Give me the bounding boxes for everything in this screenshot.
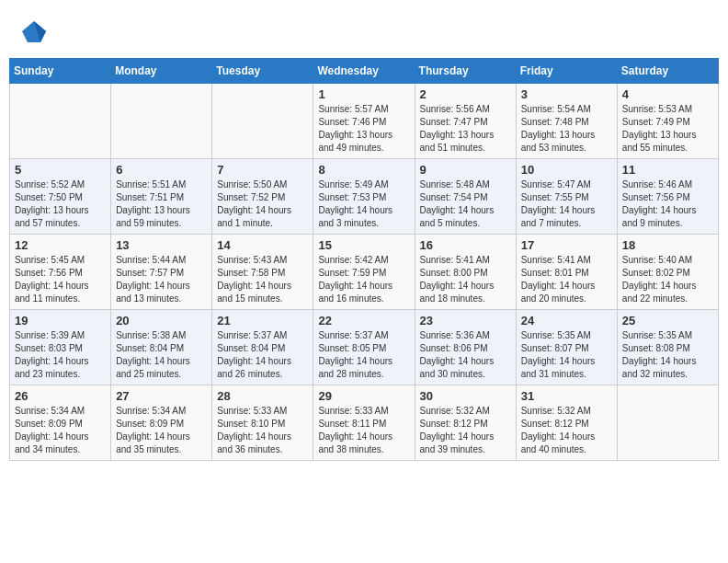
calendar-cell: 15Sunrise: 5:42 AM Sunset: 7:59 PM Dayli… <box>313 235 415 310</box>
day-number: 20 <box>116 314 207 327</box>
day-info: Sunrise: 5:32 AM Sunset: 8:12 PM Dayligh… <box>521 405 612 456</box>
day-info: Sunrise: 5:37 AM Sunset: 8:04 PM Dayligh… <box>217 329 308 381</box>
calendar-week-row: 1Sunrise: 5:57 AM Sunset: 7:46 PM Daylig… <box>10 84 719 159</box>
day-number: 10 <box>521 163 612 177</box>
day-number: 24 <box>521 314 612 327</box>
logo-icon <box>20 17 48 44</box>
day-info: Sunrise: 5:37 AM Sunset: 8:05 PM Dayligh… <box>318 329 409 381</box>
day-info: Sunrise: 5:51 AM Sunset: 7:51 PM Dayligh… <box>116 178 207 230</box>
weekday-header: Tuesday <box>212 59 313 84</box>
day-number: 5 <box>15 163 106 177</box>
calendar-cell: 9Sunrise: 5:48 AM Sunset: 7:54 PM Daylig… <box>415 159 516 235</box>
day-number: 22 <box>318 314 409 327</box>
calendar-cell: 19Sunrise: 5:39 AM Sunset: 8:03 PM Dayli… <box>10 310 111 385</box>
calendar-cell: 14Sunrise: 5:43 AM Sunset: 7:58 PM Dayli… <box>212 235 313 310</box>
day-info: Sunrise: 5:36 AM Sunset: 8:06 PM Dayligh… <box>420 329 511 381</box>
day-number: 2 <box>420 87 511 101</box>
calendar-cell <box>10 84 111 159</box>
calendar-cell: 26Sunrise: 5:34 AM Sunset: 8:09 PM Dayli… <box>10 385 111 461</box>
calendar-cell: 8Sunrise: 5:49 AM Sunset: 7:53 PM Daylig… <box>313 159 415 235</box>
calendar-cell: 20Sunrise: 5:38 AM Sunset: 8:04 PM Dayli… <box>111 310 212 385</box>
calendar-week-row: 5Sunrise: 5:52 AM Sunset: 7:50 PM Daylig… <box>10 159 719 235</box>
day-number: 23 <box>420 314 511 327</box>
day-info: Sunrise: 5:38 AM Sunset: 8:04 PM Dayligh… <box>116 329 207 381</box>
calendar-cell: 21Sunrise: 5:37 AM Sunset: 8:04 PM Dayli… <box>212 310 313 385</box>
day-info: Sunrise: 5:48 AM Sunset: 7:54 PM Dayligh… <box>420 178 511 230</box>
day-info: Sunrise: 5:35 AM Sunset: 8:08 PM Dayligh… <box>622 329 713 381</box>
day-info: Sunrise: 5:35 AM Sunset: 8:07 PM Dayligh… <box>521 329 612 381</box>
day-info: Sunrise: 5:52 AM Sunset: 7:50 PM Dayligh… <box>15 178 106 230</box>
calendar-cell: 6Sunrise: 5:51 AM Sunset: 7:51 PM Daylig… <box>111 159 212 235</box>
day-number: 14 <box>217 238 308 252</box>
calendar-cell: 2Sunrise: 5:56 AM Sunset: 7:47 PM Daylig… <box>415 84 516 159</box>
day-info: Sunrise: 5:33 AM Sunset: 8:11 PM Dayligh… <box>318 405 409 456</box>
day-info: Sunrise: 5:34 AM Sunset: 8:09 PM Dayligh… <box>15 405 106 456</box>
day-number: 7 <box>217 163 308 177</box>
day-info: Sunrise: 5:44 AM Sunset: 7:57 PM Dayligh… <box>116 254 207 305</box>
weekday-header: Thursday <box>415 59 516 84</box>
calendar-cell <box>617 385 718 461</box>
weekday-row: SundayMondayTuesdayWednesdayThursdayFrid… <box>10 59 719 84</box>
calendar-cell: 7Sunrise: 5:50 AM Sunset: 7:52 PM Daylig… <box>212 159 313 235</box>
calendar-cell: 1Sunrise: 5:57 AM Sunset: 7:46 PM Daylig… <box>313 84 415 159</box>
day-info: Sunrise: 5:33 AM Sunset: 8:10 PM Dayligh… <box>217 405 308 456</box>
calendar-cell: 24Sunrise: 5:35 AM Sunset: 8:07 PM Dayli… <box>516 310 617 385</box>
day-info: Sunrise: 5:43 AM Sunset: 7:58 PM Dayligh… <box>217 254 308 305</box>
weekday-header: Wednesday <box>313 59 415 84</box>
day-info: Sunrise: 5:39 AM Sunset: 8:03 PM Dayligh… <box>15 329 106 381</box>
calendar-cell: 10Sunrise: 5:47 AM Sunset: 7:55 PM Dayli… <box>516 159 617 235</box>
day-number: 19 <box>15 314 106 327</box>
day-info: Sunrise: 5:49 AM Sunset: 7:53 PM Dayligh… <box>318 178 409 230</box>
calendar-cell: 27Sunrise: 5:34 AM Sunset: 8:09 PM Dayli… <box>111 385 212 461</box>
calendar-cell: 30Sunrise: 5:32 AM Sunset: 8:12 PM Dayli… <box>415 385 516 461</box>
day-number: 9 <box>420 163 511 177</box>
logo <box>18 17 48 49</box>
weekday-header: Sunday <box>10 59 111 84</box>
day-info: Sunrise: 5:47 AM Sunset: 7:55 PM Dayligh… <box>521 178 612 230</box>
calendar-cell: 3Sunrise: 5:54 AM Sunset: 7:48 PM Daylig… <box>516 84 617 159</box>
day-number: 31 <box>521 389 612 403</box>
day-info: Sunrise: 5:50 AM Sunset: 7:52 PM Dayligh… <box>217 178 308 230</box>
day-number: 17 <box>521 238 612 252</box>
day-number: 6 <box>116 163 207 177</box>
calendar-cell: 18Sunrise: 5:40 AM Sunset: 8:02 PM Dayli… <box>617 235 718 310</box>
day-info: Sunrise: 5:32 AM Sunset: 8:12 PM Dayligh… <box>420 405 511 456</box>
day-number: 18 <box>622 238 713 252</box>
day-info: Sunrise: 5:54 AM Sunset: 7:48 PM Dayligh… <box>521 103 612 155</box>
weekday-header: Friday <box>516 59 617 84</box>
weekday-header: Monday <box>111 59 212 84</box>
calendar-cell: 31Sunrise: 5:32 AM Sunset: 8:12 PM Dayli… <box>516 385 617 461</box>
calendar-week-row: 26Sunrise: 5:34 AM Sunset: 8:09 PM Dayli… <box>10 385 719 461</box>
calendar-week-row: 19Sunrise: 5:39 AM Sunset: 8:03 PM Dayli… <box>10 310 719 385</box>
day-info: Sunrise: 5:34 AM Sunset: 8:09 PM Dayligh… <box>116 405 207 456</box>
calendar-body: 1Sunrise: 5:57 AM Sunset: 7:46 PM Daylig… <box>10 84 719 461</box>
day-number: 12 <box>15 238 106 252</box>
day-number: 15 <box>318 238 409 252</box>
calendar-cell: 25Sunrise: 5:35 AM Sunset: 8:08 PM Dayli… <box>617 310 718 385</box>
calendar-week-row: 12Sunrise: 5:45 AM Sunset: 7:56 PM Dayli… <box>10 235 719 310</box>
day-number: 29 <box>318 389 409 403</box>
day-number: 25 <box>622 314 713 327</box>
weekday-header: Saturday <box>617 59 718 84</box>
day-info: Sunrise: 5:45 AM Sunset: 7:56 PM Dayligh… <box>15 254 106 305</box>
day-number: 26 <box>15 389 106 403</box>
calendar-cell: 4Sunrise: 5:53 AM Sunset: 7:49 PM Daylig… <box>617 84 718 159</box>
day-info: Sunrise: 5:42 AM Sunset: 7:59 PM Dayligh… <box>318 254 409 305</box>
day-number: 21 <box>217 314 308 327</box>
header <box>9 9 719 52</box>
calendar-cell: 29Sunrise: 5:33 AM Sunset: 8:11 PM Dayli… <box>313 385 415 461</box>
day-info: Sunrise: 5:40 AM Sunset: 8:02 PM Dayligh… <box>622 254 713 305</box>
calendar-cell: 23Sunrise: 5:36 AM Sunset: 8:06 PM Dayli… <box>415 310 516 385</box>
day-info: Sunrise: 5:46 AM Sunset: 7:56 PM Dayligh… <box>622 178 713 230</box>
day-number: 1 <box>318 87 409 101</box>
day-number: 16 <box>420 238 511 252</box>
day-info: Sunrise: 5:53 AM Sunset: 7:49 PM Dayligh… <box>622 103 713 155</box>
day-info: Sunrise: 5:57 AM Sunset: 7:46 PM Dayligh… <box>318 103 409 155</box>
calendar-cell: 28Sunrise: 5:33 AM Sunset: 8:10 PM Dayli… <box>212 385 313 461</box>
day-number: 8 <box>318 163 409 177</box>
calendar-table: SundayMondayTuesdayWednesdayThursdayFrid… <box>9 58 719 461</box>
calendar-cell: 11Sunrise: 5:46 AM Sunset: 7:56 PM Dayli… <box>617 159 718 235</box>
calendar-cell: 17Sunrise: 5:41 AM Sunset: 8:01 PM Dayli… <box>516 235 617 310</box>
day-number: 30 <box>420 389 511 403</box>
day-number: 27 <box>116 389 207 403</box>
